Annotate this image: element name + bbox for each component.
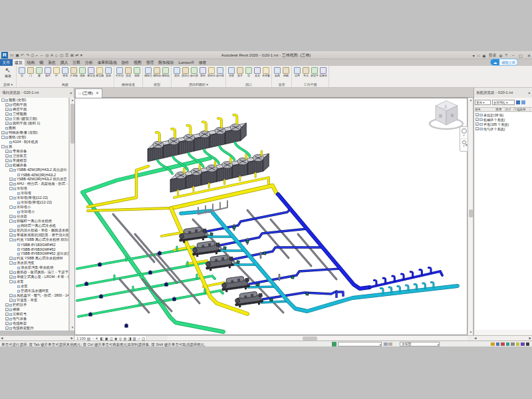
navigation-bar[interactable]: ▾ ▾ [460,126,468,152]
tree-item[interactable]: +AHU - 组合式 - 高架地板 - 卧式 - 标准 - 2000 - 59 [0,182,68,186]
store-icon[interactable]: ⊕ [499,53,503,58]
tool-屋顶[interactable]: 屋顶 [61,66,69,77]
tree-item[interactable]: 潜水排污泵-带水机组 [0,265,68,270]
select-by-face-icon[interactable] [521,342,525,346]
tool-模型线[interactable]: 模型线 [153,66,161,77]
tree-item[interactable]: +带减振底座的消防泵 - 用于消火栓系统 [0,233,68,237]
tree-item[interactable]: +电缆桥架 [0,321,68,326]
tool-查看器[interactable]: 查看器 [319,66,327,77]
tree-item[interactable]: +风机盘管 - 暖气 - 卧式 - 2800 - 14000 kW [0,293,68,298]
autofit-icon[interactable] [516,100,520,104]
tree-item[interactable]: YSBB-4ZW(3R)H42L2 [0,172,68,177]
search-icon[interactable]: ▾ [473,53,475,58]
tree-item[interactable]: 回转式一离心式冷水机 [0,223,68,228]
tool-房间分隔[interactable]: 房间分隔 [182,66,190,77]
tool-标高[interactable]: 标高 [273,66,281,77]
tree-item[interactable]: -水泵 [0,279,68,284]
tab-分析[interactable]: 分析 [82,59,95,66]
system-row[interactable]: +电气(8 个系统) [475,126,532,131]
tool-柱[interactable]: 柱 [53,66,61,77]
tree-item[interactable]: -约克 YSBB 离心式冷水机组 双向出管 [0,237,68,242]
close-button[interactable]: ✕ [527,53,531,58]
tool-设置[interactable]: 设置 [293,66,301,77]
tree-item[interactable]: +专用设备 [0,149,68,154]
tree-item[interactable]: +管道泵 - 单泵 [0,298,68,303]
select-underlay-icon[interactable] [511,342,515,346]
tab-注释[interactable]: 注释 [70,59,83,66]
tool-房间[interactable]: 房间 [173,66,181,77]
select-links-icon[interactable] [506,342,510,346]
tool-墙[interactable]: 墙 [245,66,253,77]
tree-item[interactable]: +单级立式离心泵 - LROM - 8 带 - 低噪音 - 700-175-OV [0,275,68,279]
tab-结构[interactable]: 结构 [25,59,37,66]
tree-item[interactable]: -视图 (全部) [0,98,68,102]
worksets-icon[interactable] [496,342,500,346]
model-upload-button[interactable]: ☁ 模型上传 [490,59,518,66]
editable-only-icon[interactable] [491,342,495,346]
systems-dropdown[interactable]: 系统 ▾ [475,100,491,105]
tool-垂直[interactable]: 垂直 [253,66,261,77]
tree-item[interactable]: +分水器 [0,214,68,219]
settings-icon[interactable] [521,100,525,104]
system-browser-rows[interactable]: +未指定(38 项)+机械(8 个系统)+管道(185 个系统)+电气(8 个系… [475,112,532,330]
user-icon[interactable]: ◉ [482,53,485,58]
modify-button[interactable]: ↖修改 [1,66,15,78]
column-数量[interactable]: 数量 [496,108,505,111]
tree-item[interactable]: YSBB-8Y1B3GMF#52 [0,242,68,247]
help-icon[interactable]: ? [505,53,507,57]
tree-item[interactable]: 空调冷冻水循环泵 [0,289,68,293]
steering-wheel-icon[interactable] [462,128,467,134]
tree-item[interactable]: +楼层平面 [0,107,68,112]
tree-item[interactable]: +三维视图 [0,112,68,116]
column-系统[interactable]: 系统 [475,108,496,111]
close-icon[interactable]: ✕ [69,91,72,95]
minimize-button[interactable]: ‒ [512,53,514,57]
chevron-down-icon[interactable]: ▾ [460,134,467,137]
tree-item[interactable]: 水泵 [0,284,68,289]
close-icon[interactable]: ✕ [527,91,531,95]
tree-item[interactable]: +电气设备 [0,317,68,321]
tree-item[interactable]: +面积平面 (面积 1) [0,121,68,126]
status-icons[interactable] [491,342,529,346]
tree-item[interactable]: -双螺杆一离心冷水机组 [0,219,68,223]
tree-item[interactable]: -冷却塔小 [0,205,68,209]
tree-item[interactable]: -冷却塔(带塔)(12-22) [0,196,68,200]
tree-item[interactable]: -机械设备 [0,163,68,168]
login-label[interactable]: 登录 [489,53,497,59]
system-row[interactable]: +管道(185 个系统) [475,122,532,126]
tool-显示[interactable]: 显示 [302,66,310,77]
tree-item[interactable]: YSBB-8Y6B3GMF#52 [0,247,68,251]
tool-门[interactable]: 门 [27,66,35,77]
system-row[interactable]: +机械(8 个系统) [475,117,532,122]
tree-item[interactable]: +YSBB-4ZW(3R)H42L2 双向设置 [0,177,68,182]
tree-item[interactable]: YSBB-8Y6B3GMF#52 进出设置 [0,251,68,256]
select-pinned-icon[interactable] [516,342,520,346]
tool-幕墙系统[interactable]: 幕墙系统 [87,66,95,77]
tool-幕墙网格[interactable]: 幕墙网格 [96,66,104,77]
system-row[interactable]: +未指定(38 项) [475,112,532,117]
tab-系统[interactable]: 系统 [46,59,59,66]
tree-item[interactable]: 图例 [0,126,68,130]
tool-按面[interactable]: 按面 [227,66,235,77]
tool-天花板[interactable]: 天花板 [70,66,78,77]
tab-建筑[interactable]: 建筑 [13,59,25,66]
tool-竖梃[interactable]: 竖梃 [104,66,112,77]
tool-楼板[interactable]: 楼板 [78,66,86,77]
tree-item[interactable]: +卫浴装置 [0,154,68,158]
tab-视图[interactable]: 视图 [132,59,144,66]
drag-elements-icon[interactable] [526,342,530,346]
tree-item[interactable]: +电缆桥架配件 [0,326,68,331]
discipline-dropdown[interactable]: 全部规程 ▾ [492,100,515,105]
tab-钢[interactable]: 钢 [37,59,46,66]
tool-模型组[interactable]: 模型组 [162,66,170,77]
workset-icon[interactable] [332,342,336,346]
tool-墙[interactable]: 墙 [18,66,26,77]
tree-item[interactable]: +常规模型 [0,158,68,163]
tree-item[interactable]: +换热器 - 板式换热 - 法兰 - 下进下出 [0,270,68,275]
tree-item[interactable]: -族 [0,144,68,149]
tree-item[interactable]: +YSBB-4ZW(3R)H42L2 高位进出 [0,168,68,172]
tool-构件[interactable]: 构件 [44,66,52,77]
column-尺寸[interactable]: 尺寸 [505,108,514,111]
tool-老虎窗[interactable]: 老虎窗 [262,66,270,77]
tree-item[interactable]: +结构平面 [0,102,68,107]
